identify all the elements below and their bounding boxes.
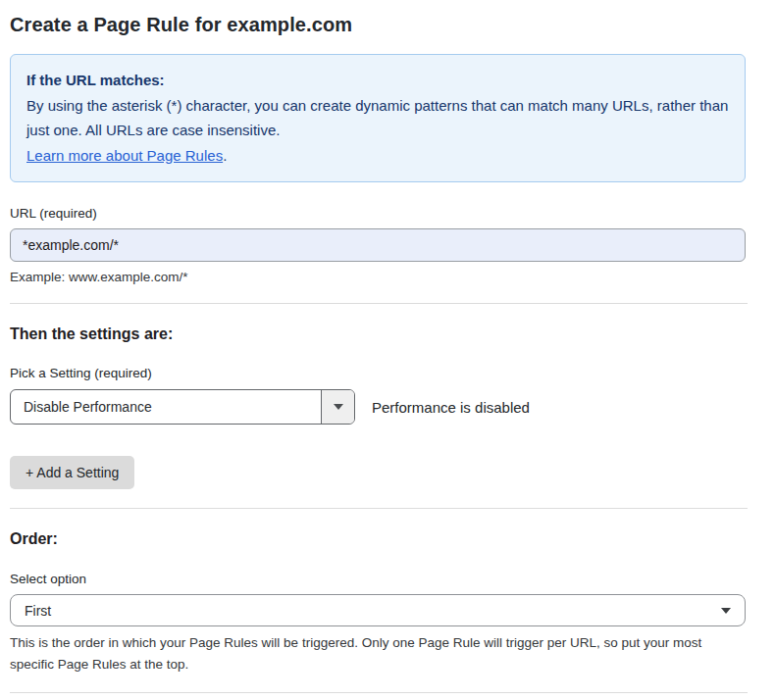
- setting-select-value: Disable Performance: [11, 390, 321, 424]
- order-select-label: Select option: [10, 572, 738, 586]
- setting-row: Disable Performance Performance is disab…: [10, 389, 738, 425]
- chevron-down-icon: [721, 608, 731, 614]
- info-box-body-text: By using the asterisk (*) character, you…: [26, 97, 728, 139]
- setting-picker-label: Pick a Setting (required): [10, 366, 738, 380]
- order-select-value: First: [25, 603, 51, 619]
- setting-select-arrow-button[interactable]: [321, 390, 354, 424]
- link-period: .: [223, 147, 227, 164]
- url-example-hint: Example: www.example.com/*: [10, 270, 738, 284]
- url-field-label: URL (required): [10, 206, 738, 221]
- page-rule-form: Create a Page Rule for example.com If th…: [0, 0, 738, 700]
- setting-status-text: Performance is disabled: [372, 399, 530, 416]
- info-box-heading: If the URL matches:: [26, 68, 729, 93]
- order-help-text: This is the order in which your Page Rul…: [10, 632, 744, 676]
- learn-more-link[interactable]: Learn more about Page Rules: [26, 147, 223, 164]
- chevron-down-icon: [334, 404, 343, 410]
- settings-section-heading: Then the settings are:: [10, 325, 738, 343]
- order-select[interactable]: First: [10, 594, 746, 626]
- divider: [10, 303, 748, 304]
- info-box-body: By using the asterisk (*) character, you…: [26, 93, 729, 169]
- divider: [10, 508, 748, 509]
- url-match-info-box: If the URL matches: By using the asteris…: [10, 54, 746, 182]
- order-section-heading: Order:: [10, 530, 738, 548]
- setting-select[interactable]: Disable Performance: [10, 389, 355, 425]
- add-setting-button[interactable]: + Add a Setting: [10, 456, 134, 489]
- page-title: Create a Page Rule for example.com: [10, 14, 738, 36]
- divider: [10, 692, 748, 693]
- url-input[interactable]: [10, 228, 746, 262]
